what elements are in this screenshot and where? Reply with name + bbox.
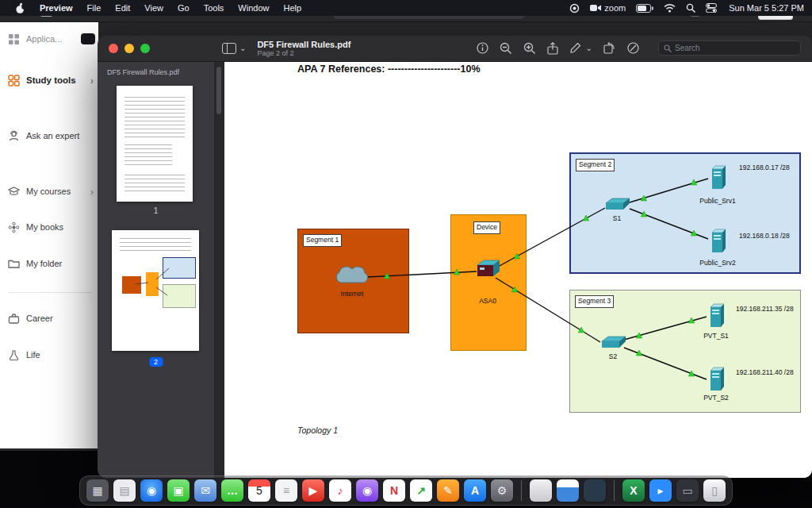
- sidebar-item-my-folder[interactable]: My folder: [0, 255, 98, 272]
- menu-file[interactable]: File: [80, 0, 109, 16]
- pane-divider[interactable]: [214, 62, 224, 478]
- info-icon[interactable]: [477, 42, 488, 54]
- active-app-name[interactable]: Preview: [33, 3, 80, 13]
- dock-zoom-icon[interactable]: ▸: [649, 479, 672, 502]
- markup-chevron-icon[interactable]: ⌄: [586, 44, 592, 52]
- sidebar-item-label: Applica...: [26, 34, 62, 44]
- switch-s1-label: S1: [593, 214, 641, 222]
- dock-minimized-window-1-icon[interactable]: [530, 479, 552, 502]
- minimize-button[interactable]: [124, 44, 134, 53]
- sidebar-item-applications[interactable]: Applica...: [0, 30, 98, 48]
- books-icon: [8, 221, 20, 233]
- pdf-heading: APA 7 References: ----------------------…: [297, 64, 481, 75]
- dock-mail-icon[interactable]: ✉: [194, 479, 216, 502]
- sidebar-item-life[interactable]: Life: [0, 346, 98, 364]
- menu-tools[interactable]: Tools: [197, 0, 232, 16]
- spotlight-search-icon[interactable]: [686, 3, 695, 13]
- zoom-in-icon[interactable]: [523, 42, 536, 55]
- rotate-icon[interactable]: [603, 42, 616, 54]
- search-field[interactable]: [658, 40, 801, 56]
- sidebar-item-ask-expert[interactable]: Ask an expert: [0, 127, 98, 144]
- dock-stocks-icon[interactable]: ↗: [410, 479, 432, 502]
- dock-podcasts-icon[interactable]: ◉: [356, 479, 378, 502]
- share-icon[interactable]: [547, 42, 558, 55]
- sidebar-item-label: Study tools: [26, 75, 76, 85]
- segment1-label: Segment 1: [303, 234, 342, 247]
- dock-appstore-icon[interactable]: A: [464, 479, 486, 502]
- apple-menu-icon[interactable]: [8, 2, 33, 14]
- dock-excel-icon[interactable]: X: [622, 479, 645, 502]
- dock-pages-icon[interactable]: ✎: [437, 479, 459, 502]
- annotate-icon[interactable]: [627, 42, 639, 54]
- zoom-menubar-item[interactable]: zoom: [590, 3, 626, 13]
- preview-traffic-lights: [98, 44, 214, 53]
- study-tools-icon: [8, 75, 20, 87]
- pdf-page: APA 7 References: ----------------------…: [224, 62, 812, 478]
- menu-edit[interactable]: Edit: [108, 0, 137, 16]
- segment3-label: Segment 3: [575, 295, 614, 308]
- sidebar-item-label: My courses: [26, 187, 71, 196]
- sidebar-item-study-tools[interactable]: Study tools ›: [0, 71, 98, 89]
- battery-icon[interactable]: [636, 4, 653, 13]
- sidebar-item-label: My folder: [26, 259, 62, 268]
- dock-tv-icon[interactable]: ▶: [302, 479, 324, 502]
- dock-safari-icon[interactable]: ◉: [140, 479, 163, 502]
- control-center-icon[interactable]: [706, 3, 717, 13]
- chegg-sidebar: Applica... Study tools › Ask an expert: [0, 22, 98, 448]
- expert-icon: [8, 130, 20, 142]
- server-pvt-s1-icon: [708, 303, 725, 328]
- dock-icons: ▦▤◉▣✉…5≡▶♪◉N↗✎A⚙X▸▭▯: [86, 479, 726, 502]
- dock-minimized-window-3-icon[interactable]: [584, 479, 606, 502]
- sidebar-view-toggle-icon[interactable]: [222, 43, 236, 54]
- menubar-clock[interactable]: Sun Mar 5 5:27 PM: [727, 3, 804, 13]
- sidebar-item-my-courses[interactable]: My courses ›: [0, 183, 98, 200]
- dock-utility-icon[interactable]: ▭: [676, 479, 699, 502]
- dock-calendar-icon[interactable]: 5: [248, 479, 270, 502]
- scrollbar-handle[interactable]: [216, 67, 221, 114]
- menu-window[interactable]: Window: [231, 0, 276, 16]
- dock-music-icon[interactable]: ♪: [329, 479, 351, 502]
- menu-view[interactable]: View: [137, 0, 170, 16]
- page-1-thumbnail[interactable]: [117, 86, 193, 202]
- record-status-icon[interactable]: [569, 3, 580, 13]
- dock-separator: [521, 480, 522, 501]
- menu-go[interactable]: Go: [170, 0, 197, 16]
- dock-settings-icon[interactable]: ⚙: [491, 479, 513, 502]
- device-label: Device: [473, 221, 500, 234]
- markup-pen-icon[interactable]: [569, 42, 581, 54]
- device-box: Device: [450, 214, 527, 351]
- sidebar-item-label: Career: [26, 314, 53, 323]
- sidebar-item-career[interactable]: Career: [0, 310, 98, 327]
- public-srv2-ip: 192.168.0.18 /28: [739, 232, 790, 240]
- wifi-icon[interactable]: [664, 4, 676, 13]
- zoom-button[interactable]: [140, 44, 150, 53]
- server-public-srv2-label: Public_Srv2: [694, 259, 741, 267]
- courses-icon: [8, 186, 20, 198]
- topology-caption: Topology 1: [297, 425, 338, 435]
- dock-reminders-icon[interactable]: ≡: [275, 479, 297, 502]
- search-input[interactable]: [675, 44, 795, 52]
- dock-minimized-window-2-icon[interactable]: [557, 479, 579, 502]
- server-public-srv2-icon: [710, 229, 726, 253]
- switch-s2-icon: [599, 335, 627, 351]
- public-srv1-ip: 192.168.0.17 /28: [739, 164, 790, 171]
- menu-bar: Preview File Edit View Go Tools Window H…: [0, 0, 812, 16]
- document-title: DF5 Firewall Rules.pdf: [257, 40, 350, 50]
- sidebar-item-my-books[interactable]: My books: [0, 218, 98, 236]
- menu-help[interactable]: Help: [276, 0, 308, 16]
- internet-cloud-icon: [333, 265, 371, 289]
- dock-separator: [614, 480, 615, 501]
- dock-messages-icon[interactable]: …: [221, 479, 243, 502]
- pvt-s1-ip: 192.168.211.35 /28: [736, 305, 794, 313]
- dock-files-icon[interactable]: ▤: [113, 479, 136, 502]
- close-button[interactable]: [109, 44, 118, 53]
- zoom-out-icon[interactable]: [500, 42, 512, 55]
- dock-news-icon[interactable]: N: [383, 479, 405, 502]
- dock-trash-icon[interactable]: ▯: [703, 479, 726, 502]
- preview-toolbar: ⌄ DF5 Firewall Rules.pdf Page 2 of 2: [98, 36, 812, 62]
- sidebar-toggle-chevron-icon[interactable]: ⌄: [239, 44, 246, 52]
- dock-facetime-icon[interactable]: ▣: [167, 479, 190, 502]
- page-2-thumbnail[interactable]: [112, 230, 199, 351]
- dock-launchpad-icon[interactable]: ▦: [86, 479, 109, 502]
- sidebar-divider: [8, 292, 92, 293]
